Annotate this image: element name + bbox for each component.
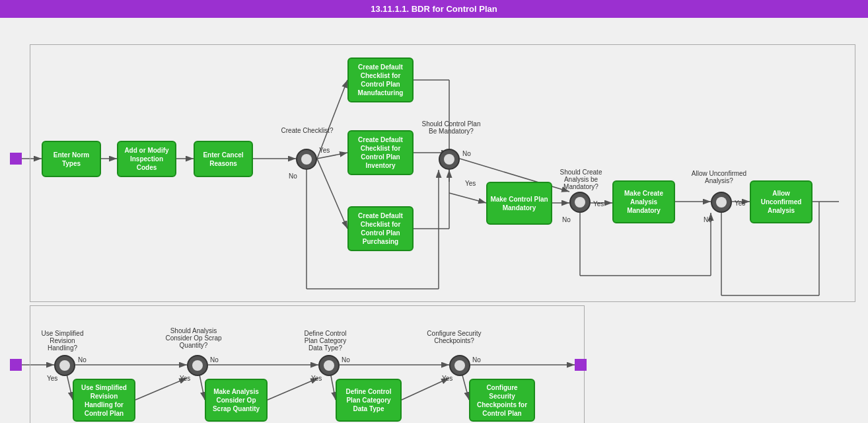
title-bar: 13.11.1.1. BDR for Control Plan: [0, 0, 868, 18]
top-section-border: [30, 44, 855, 302]
define-cat-box: Define Control Plan Category Data Type: [336, 379, 402, 422]
arrow-scrap-no: No: [210, 356, 219, 364]
arrow-defcat-yes: Yes: [311, 375, 322, 382]
decision-defcat: [318, 355, 340, 376]
label-simp-rev: Use Simplified Revision Handling?: [34, 330, 90, 352]
decision-scrap: [187, 355, 208, 376]
start-node: [10, 153, 22, 165]
make-scrap-box: Make Analysis Consider Op Scrap Quantity: [205, 379, 268, 422]
arrow-defcat-no: No: [342, 356, 350, 364]
decision-simp-rev: [54, 355, 75, 376]
config-sec-box: Configure Security Checkpoints for Contr…: [469, 379, 535, 422]
decision-security: [449, 355, 470, 376]
end-node-bottom: [575, 359, 587, 371]
start-node-bottom: [10, 359, 22, 371]
arrow-security-yes: Yes: [442, 375, 452, 382]
label-defcat: Define Control Plan Category Data Type?: [297, 330, 353, 352]
arrow-simp-yes: Yes: [47, 375, 57, 382]
arrow-simp-no: No: [78, 356, 87, 364]
diagram-wrapper: 13.11.1.1. BDR for Control Plan: [0, 0, 868, 423]
arrow-scrap-yes: Yes: [180, 375, 190, 382]
arrow-security-no: No: [472, 356, 481, 364]
label-scrap: Should Analysis Consider Op Scrap Quanti…: [164, 327, 223, 349]
label-security: Configure Security Checkpoints?: [426, 330, 482, 344]
use-simp-rev-box: Use Simplified Revision Handling for Con…: [73, 379, 135, 422]
diagram-canvas: Enter Norm Types Add or Modify Inspectio…: [0, 18, 868, 421]
